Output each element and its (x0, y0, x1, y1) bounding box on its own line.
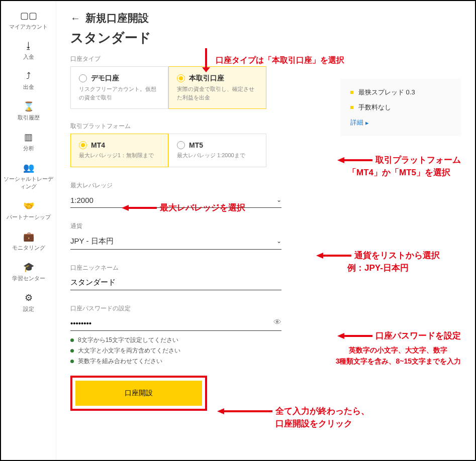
sidebar-item-monitoring[interactable]: 💼モニタリング (1, 226, 56, 257)
option-title: デモ口座 (91, 74, 119, 83)
currency-label: 通貨 (70, 222, 281, 230)
eye-off-icon[interactable]: 👁 (273, 318, 281, 327)
sidebar: ▢▢マイアカウント ⭳入金 ⤴出金 ⌛取引履歴 ▥分析 👥ソーシャルトレーディン… (1, 1, 56, 460)
radio-icon (79, 74, 87, 82)
handshake-icon: 🤝 (23, 200, 34, 211)
platform-mt4[interactable]: MT4 最大レバレッジ1：無制限まで (70, 134, 168, 167)
sidebar-item-label: 分析 (23, 145, 34, 152)
back-arrow-icon[interactable]: ← (70, 13, 80, 24)
main-content: ← 新規口座開設 スタンダード 口座タイプは「本取引口座」を選択 口座タイプ デ… (56, 1, 475, 460)
option-title: 本取引口座 (189, 74, 224, 83)
annotation-currency: 通貨をリストから選択 例：JPY-日本円 (316, 250, 440, 274)
svg-marker-9 (337, 333, 344, 339)
sidebar-item-account[interactable]: ▢▢マイアカウント (1, 5, 56, 36)
nickname-input[interactable] (70, 275, 281, 290)
sidebar-item-social[interactable]: 👥ソーシャルトレーディング (1, 157, 56, 195)
info-item: 手数料なし (358, 103, 391, 112)
account-type-label: 口座タイプ (70, 55, 461, 63)
sidebar-item-label: 取引履歴 (18, 114, 40, 122)
svg-marker-11 (217, 408, 224, 414)
sidebar-item-label: 設定 (23, 305, 34, 313)
chevron-right-icon: ▸ (365, 119, 369, 127)
platform-options: MT4 最大レバレッジ1：無制限まで MT5 最大レバレッジ 1:2000まで (70, 134, 461, 167)
hourglass-icon: ⌛ (23, 101, 34, 112)
sidebar-item-settings[interactable]: ⚙設定 (1, 287, 56, 318)
option-title: MT5 (189, 141, 203, 149)
info-item: 最狭スプレッド 0.3 (358, 88, 415, 97)
password-rules: 8文字から15文字で設定してください 大文字と小文字を両方含めてください 英数字… (70, 336, 281, 366)
sidebar-item-deposit[interactable]: ⭳入金 (1, 36, 56, 66)
account-plan-title: スタンダード (70, 29, 461, 47)
platform-mt5[interactable]: MT5 最大レバレッジ 1:2000まで (168, 134, 266, 167)
sidebar-item-label: ソーシャルトレーディング (3, 175, 54, 190)
gear-icon: ⚙ (25, 292, 33, 303)
download-icon: ⭳ (24, 41, 33, 51)
currency-select[interactable]: JPY - 日本円 ⌄ (70, 234, 281, 250)
check-dot-icon (70, 349, 74, 353)
chevron-down-icon: ⌄ (276, 196, 281, 203)
upload-icon: ⤴ (26, 71, 31, 81)
svg-marker-7 (316, 253, 323, 259)
sidebar-item-label: 出金 (23, 83, 34, 91)
account-type-real[interactable]: 本取引口座 実際の資金で取引し、確定させた利益を出金 (168, 66, 266, 109)
bullet-icon (350, 106, 353, 109)
rule-text: 英数字を組み合わせてください (78, 357, 162, 366)
sidebar-item-label: マイアカウント (9, 23, 48, 31)
check-dot-icon (70, 360, 74, 363)
check-dot-icon (70, 338, 74, 342)
radio-icon (177, 141, 185, 149)
leverage-select[interactable]: 1:2000 ⌄ (70, 193, 281, 208)
option-title: MT4 (91, 141, 105, 149)
password-input[interactable] (70, 316, 281, 331)
option-desc: リスクフリーアカウント。仮想の資金で取引 (79, 85, 160, 101)
sidebar-item-withdraw[interactable]: ⤴出金 (1, 66, 56, 96)
option-desc: 最大レバレッジ 1:2000まで (177, 151, 258, 160)
sidebar-item-history[interactable]: ⌛取引履歴 (1, 96, 56, 127)
details-link[interactable]: 詳細▸ (350, 118, 369, 127)
rule-text: 8文字から15文字で設定してください (78, 336, 178, 344)
chevron-down-icon: ⌄ (276, 238, 281, 245)
bullet-icon (350, 91, 353, 94)
sidebar-item-label: 入金 (23, 53, 34, 61)
sidebar-item-label: 学習センター (12, 275, 45, 282)
submit-highlight: 口座開設 (70, 376, 207, 411)
rule-text: 大文字と小文字を両方含めてください (78, 347, 180, 355)
sidebar-item-partner[interactable]: 🤝パートナーシップ (1, 195, 56, 226)
currency-value: JPY - 日本円 (70, 237, 114, 246)
graduation-icon: 🎓 (23, 262, 34, 273)
dashboard-icon: ▢▢ (20, 10, 37, 21)
annotation-password: 口座パスワードを設定 英数字の小文字、大文字、数字 3種類文字を含み、8~15文… (336, 330, 461, 367)
password-label: 口座パスワードの設定 (70, 304, 281, 313)
leverage-label: 最大レバレッジ (70, 181, 281, 190)
option-desc: 最大レバレッジ1：無制限まで (79, 151, 160, 160)
option-desc: 実際の資金で取引し、確定させた利益を出金 (177, 85, 258, 101)
chart-icon: ▥ (24, 132, 33, 143)
sidebar-item-label: パートナーシップ (7, 213, 51, 221)
leverage-value: 1:2000 (70, 196, 93, 204)
open-account-button[interactable]: 口座開設 (75, 381, 202, 406)
users-icon: 👥 (23, 162, 34, 173)
briefcase-icon: 💼 (23, 231, 34, 242)
annotation-submit: 全て入力が終わったら、 口座開設をクリック (217, 405, 369, 429)
sidebar-item-label: モニタリング (12, 244, 45, 252)
account-type-demo[interactable]: デモ口座 リスクフリーアカウント。仮想の資金で取引 (70, 66, 168, 109)
nickname-label: 口座ニックネーム (70, 264, 281, 272)
sidebar-item-analysis[interactable]: ▥分析 (1, 127, 56, 157)
radio-icon (177, 74, 185, 82)
sidebar-item-learning[interactable]: 🎓学習センター (1, 257, 56, 287)
radio-icon (79, 141, 87, 149)
page-title: 新規口座開設 (85, 11, 149, 25)
plan-info-box: 最狭スプレッド 0.3 手数料なし 詳細▸ (340, 79, 461, 136)
